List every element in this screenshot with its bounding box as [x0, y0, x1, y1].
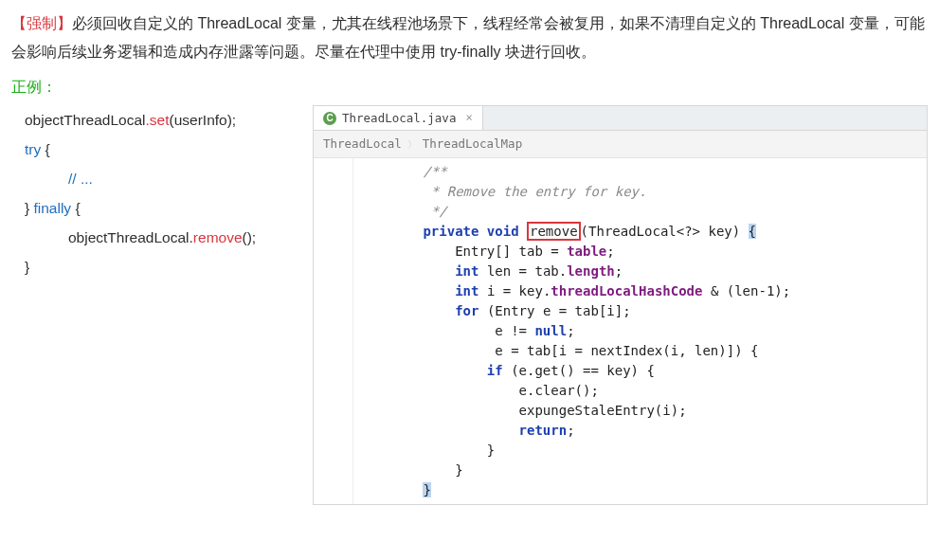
code-line: e.clear(); — [359, 383, 599, 398]
code-line: e = tab[i = nextIndex(i, len)]) { — [359, 343, 758, 358]
code-line: int — [455, 283, 479, 298]
snippet-text: .set — [146, 112, 170, 128]
ide-gutter — [314, 158, 353, 504]
breadcrumb-item[interactable]: ThreadLocal — [323, 133, 402, 155]
code-line: & (len-1); — [702, 283, 790, 298]
mandatory-tag: 【强制】 — [11, 15, 72, 31]
snippet-text: } — [25, 259, 29, 275]
rule-body: 必须回收自定义的 ThreadLocal 变量，尤其在线程池场景下，线程经常会被… — [11, 15, 925, 60]
code-line: if — [487, 363, 503, 378]
code-line: table — [567, 244, 606, 259]
code-line: ; — [615, 263, 623, 279]
chevron-right-icon: 〉 — [407, 135, 417, 154]
code-line: } — [359, 443, 495, 458]
code-line — [359, 283, 455, 298]
example-label: 正例： — [11, 73, 928, 101]
ide-tabbar: C ThreadLocal.java × — [314, 106, 927, 131]
code-line: (e.get() == key) { — [503, 363, 655, 378]
code-line: len = tab. — [479, 263, 567, 279]
code-line — [359, 263, 455, 279]
snippet-text: finally — [33, 200, 71, 216]
ide-code[interactable]: /** * Remove the entry for key. */ priva… — [353, 158, 927, 504]
code-line — [359, 224, 423, 239]
highlighted-method: remove — [527, 222, 581, 241]
code-line — [359, 482, 423, 497]
snippet-text: try — [25, 141, 41, 157]
snippet-text: { — [41, 141, 49, 157]
code-line — [359, 423, 519, 438]
code-line: threadLocalHashCode — [551, 283, 702, 298]
ide-tab[interactable]: C ThreadLocal.java × — [314, 106, 483, 130]
code-line: /** — [359, 164, 447, 179]
code-line: private void — [423, 224, 527, 239]
class-icon: C — [323, 112, 336, 125]
close-icon[interactable]: × — [465, 107, 472, 129]
tab-label: ThreadLocal.java — [342, 107, 456, 130]
code-line: (ThreadLocal<?> key) — [581, 224, 749, 239]
content-row: objectThreadLocal.set(userInfo); try { /… — [11, 105, 928, 505]
snippet-text: { — [71, 200, 80, 216]
code-line — [359, 363, 487, 378]
code-line: e != — [359, 323, 534, 338]
code-line: int — [455, 263, 479, 279]
code-line: i = key. — [479, 283, 551, 298]
snippet-text: (userInfo); — [170, 112, 237, 128]
ide-panel: C ThreadLocal.java × ThreadLocal 〉 Threa… — [313, 105, 928, 505]
code-line: Entry[] tab = — [359, 244, 567, 259]
code-line: } — [359, 462, 463, 478]
code-line: for — [455, 303, 479, 318]
code-line: expungeStaleEntry(i); — [359, 403, 687, 418]
code-line — [359, 303, 455, 318]
snippet-text: // ... — [68, 171, 93, 187]
breadcrumb: ThreadLocal 〉 ThreadLocalMap — [314, 131, 927, 158]
code-line: length — [567, 263, 615, 279]
snippet-text: (); — [243, 229, 257, 245]
brace-highlight: } — [423, 482, 430, 497]
code-line: */ — [359, 204, 447, 219]
code-line: ; — [567, 323, 574, 338]
brace-highlight: { — [749, 224, 756, 239]
snippet-text: remove — [193, 229, 243, 245]
ide-body: /** * Remove the entry for key. */ priva… — [314, 158, 927, 504]
code-line: * Remove the entry for key. — [359, 184, 646, 199]
breadcrumb-item[interactable]: ThreadLocalMap — [423, 133, 522, 155]
snippet-text: objectThreadLocal. — [68, 229, 193, 245]
code-line: ; — [606, 244, 614, 259]
rule-paragraph: 【强制】必须回收自定义的 ThreadLocal 变量，尤其在线程池场景下，线程… — [11, 9, 928, 67]
code-line: ; — [567, 423, 574, 438]
code-line: (Entry e = tab[i]; — [479, 303, 630, 318]
code-line: null — [534, 323, 567, 338]
code-snippet: objectThreadLocal.set(userInfo); try { /… — [11, 105, 305, 281]
code-line: return — [519, 423, 568, 438]
snippet-text: objectThreadLocal — [25, 112, 146, 128]
